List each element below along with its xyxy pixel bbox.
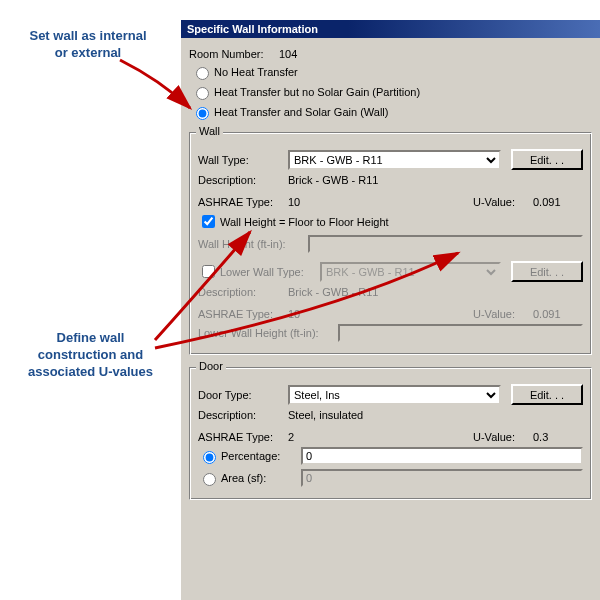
room-number-label: Room Number: bbox=[189, 48, 279, 60]
door-area-radio[interactable] bbox=[203, 473, 216, 486]
wall-groupbox: Wall Type: BRK - GWB - R11 Edit. . . Des… bbox=[189, 132, 592, 355]
annotation-bottom: Define wallconstruction andassociated U-… bbox=[8, 330, 173, 381]
lower-wall-edit-button: Edit. . . bbox=[511, 261, 583, 282]
wall-height-label: Wall Height (ft-in): bbox=[198, 238, 308, 250]
lower-uvalue-label: U-Value: bbox=[473, 308, 533, 320]
door-ashrae-label: ASHRAE Type: bbox=[198, 431, 288, 443]
lower-wall-label: Lower Wall Type: bbox=[220, 266, 320, 278]
lower-ashrae-value: 10 bbox=[288, 308, 473, 320]
lower-wall-height-label: Lower Wall Height (ft-in): bbox=[198, 327, 338, 339]
lower-uvalue-value: 0.091 bbox=[533, 308, 583, 320]
lower-ashrae-label: ASHRAE Type: bbox=[198, 308, 288, 320]
annotation-top: Set wall as internalor external bbox=[8, 28, 168, 62]
radio-no-heat-transfer-label: No Heat Transfer bbox=[214, 66, 298, 78]
door-uvalue-label: U-Value: bbox=[473, 431, 533, 443]
door-area-label: Area (sf): bbox=[221, 472, 301, 484]
lower-wall-height-input bbox=[338, 324, 583, 342]
door-ashrae-value: 2 bbox=[288, 431, 473, 443]
wall-ashrae-label: ASHRAE Type: bbox=[198, 196, 288, 208]
radio-wall-label: Heat Transfer and Solar Gain (Wall) bbox=[214, 106, 388, 118]
door-area-input bbox=[301, 469, 583, 487]
wall-desc-label: Description: bbox=[198, 174, 288, 186]
lower-wall-checkbox[interactable] bbox=[202, 265, 215, 278]
wall-uvalue-label: U-Value: bbox=[473, 196, 533, 208]
wall-ashrae-value: 10 bbox=[288, 196, 473, 208]
radio-no-heat-transfer[interactable] bbox=[196, 67, 209, 80]
door-type-label: Door Type: bbox=[198, 389, 288, 401]
door-uvalue-value: 0.3 bbox=[533, 431, 583, 443]
lower-wall-desc-label: Description: bbox=[198, 286, 288, 298]
door-type-select[interactable]: Steel, Ins bbox=[288, 385, 501, 405]
door-percentage-input[interactable] bbox=[301, 447, 583, 465]
dialog-title: Specific Wall Information bbox=[181, 20, 600, 38]
door-groupbox: Door Type: Steel, Ins Edit. . . Descript… bbox=[189, 367, 592, 500]
wall-uvalue-value: 0.091 bbox=[533, 196, 583, 208]
wall-height-input bbox=[308, 235, 583, 253]
wall-height-checkbox[interactable] bbox=[202, 215, 215, 228]
door-desc-label: Description: bbox=[198, 409, 288, 421]
door-desc-value: Steel, insulated bbox=[288, 409, 363, 421]
wall-desc-value: Brick - GWB - R11 bbox=[288, 174, 378, 186]
lower-wall-type-select: BRK - GWB - R11 bbox=[320, 262, 501, 282]
radio-partition[interactable] bbox=[196, 87, 209, 100]
door-percentage-label: Percentage: bbox=[221, 450, 301, 462]
wall-edit-button[interactable]: Edit. . . bbox=[511, 149, 583, 170]
radio-partition-label: Heat Transfer but no Solar Gain (Partiti… bbox=[214, 86, 420, 98]
radio-wall[interactable] bbox=[196, 107, 209, 120]
specific-wall-dialog: Specific Wall Information Room Number: 1… bbox=[180, 20, 600, 600]
door-edit-button[interactable]: Edit. . . bbox=[511, 384, 583, 405]
wall-type-select[interactable]: BRK - GWB - R11 bbox=[288, 150, 501, 170]
wall-height-checkbox-label: Wall Height = Floor to Floor Height bbox=[220, 216, 389, 228]
door-percentage-radio[interactable] bbox=[203, 451, 216, 464]
lower-wall-desc-value: Brick - GWB - R11 bbox=[288, 286, 378, 298]
wall-type-label: Wall Type: bbox=[198, 154, 288, 166]
room-number-value: 104 bbox=[279, 48, 297, 60]
